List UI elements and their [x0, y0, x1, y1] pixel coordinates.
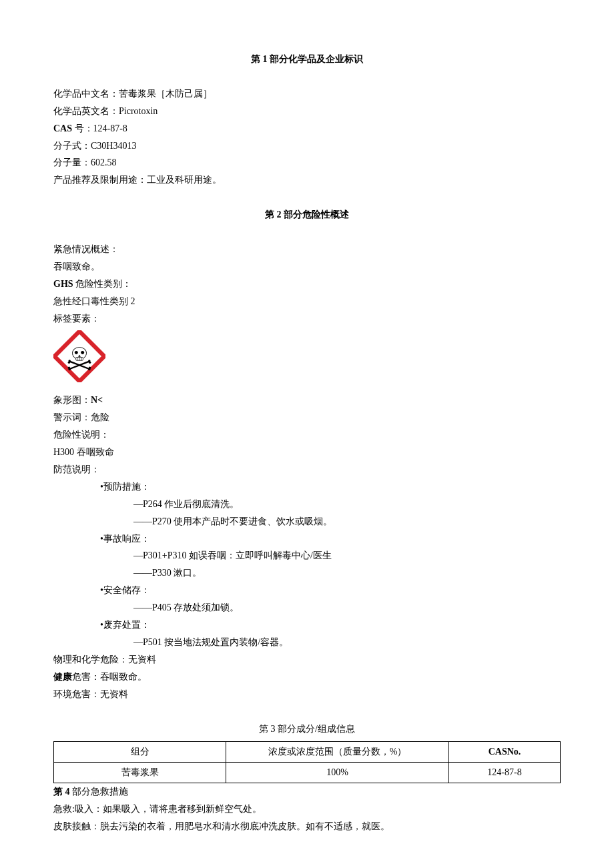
row-cas: CAS 号：124-87-8 [53, 120, 561, 137]
section-2-title: 第 2 部分危险性概述 [53, 206, 561, 224]
p301-p310: —P301+P310 如误吞咽：立即呼叫解毒中心/医生 [53, 547, 561, 564]
section-3-title: 第 3 部分成分/组成信息 [53, 721, 561, 738]
p270: ——P270 使用本产品时不要进食、饮水或吸烟。 [53, 513, 561, 530]
cell-component: 苦毒浆果 [54, 763, 226, 783]
p330: ——P330 漱口。 [53, 564, 561, 582]
ghs-pictogram-skull [53, 328, 561, 392]
hazard-h300: H300 吞咽致命 [53, 444, 561, 461]
row-cn-name: 化学品中文名：苦毒浆果［木防己属］ [53, 85, 561, 103]
precaution-label: 防范说明： [53, 461, 561, 478]
hazard-stmt-label: 危险性说明： [53, 426, 561, 444]
table-header-cas: CASNo. [449, 742, 561, 763]
group-prevention-header: •预防措施： [53, 478, 561, 496]
group-disposal-header: •废弃处置： [53, 616, 561, 634]
firstaid-inhale: 急救:吸入：如果吸入，请将患者移到新鲜空气处。 [53, 801, 561, 818]
row-en-name: 化学品英文名：Picrotoxin [53, 103, 561, 120]
row-mw: 分子量：602.58 [53, 154, 561, 171]
ghs-class: 急性经口毒性类别 2 [53, 293, 561, 310]
svg-point-17 [68, 366, 70, 368]
svg-point-4 [81, 351, 84, 354]
row-formula: 分子式：C30H34013 [53, 137, 561, 155]
svg-point-15 [89, 361, 91, 363]
svg-point-13 [68, 361, 70, 363]
emergency-text: 吞咽致命。 [53, 258, 561, 276]
p405: ——P405 存放处须加锁。 [53, 599, 561, 616]
ghs-label: GHS 危险性类别： [53, 276, 561, 293]
section-4-title: 第 4 部分急救措施 [53, 783, 561, 801]
svg-point-3 [75, 351, 78, 354]
health-hazard: 健康危害：吞咽致命。 [53, 669, 561, 686]
section-1-title: 第 1 部分化学品及企业标识 [53, 51, 561, 68]
cell-cas: 124-87-8 [449, 763, 561, 783]
composition-table: 组分 浓度或浓度范围（质量分数，%） CASNo. 苦毒浆果 100% 124-… [53, 741, 561, 783]
emergency-label: 紧急情况概述： [53, 241, 561, 258]
env-hazard: 环境危害：无资料 [53, 686, 561, 703]
p264: —P264 作业后彻底清洗。 [53, 496, 561, 513]
cell-concentration: 100% [226, 763, 449, 783]
firstaid-skin: 皮肤接触：脱去污染的衣着，用肥皂水和清水彻底冲洗皮肤。如有不适感，就医。 [53, 818, 561, 835]
p501: —P501 按当地法规处置内装物/容器。 [53, 634, 561, 651]
pictogram-label: 象形图：N< [53, 392, 561, 409]
group-response-header: •事故响应： [53, 530, 561, 548]
phys-hazard: 物理和化学危险：无资料 [53, 651, 561, 669]
group-storage-header: •安全储存： [53, 582, 561, 599]
svg-point-19 [89, 366, 91, 368]
table-row: 苦毒浆果 100% 124-87-8 [54, 763, 561, 783]
table-header-concentration: 浓度或浓度范围（质量分数，%） [226, 742, 449, 763]
table-header-component: 组分 [54, 742, 226, 763]
row-use: 产品推荐及限制用途：工业及科研用途。 [53, 171, 561, 189]
label-elements: 标签要素： [53, 310, 561, 328]
signal-word: 警示词：危险 [53, 409, 561, 426]
